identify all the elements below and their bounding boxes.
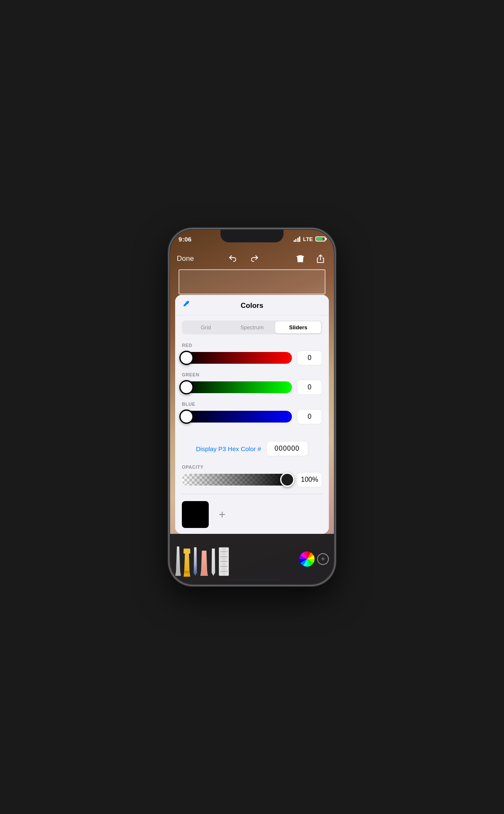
signal-bar-4 [299, 236, 300, 242]
opacity-gradient [182, 474, 292, 486]
sliders-area: RED 0 GREEN [175, 339, 329, 434]
undo-button[interactable] [226, 252, 239, 265]
eyedropper-icon [182, 300, 190, 308]
red-value-box[interactable]: 0 [297, 350, 322, 365]
blue-value-box[interactable]: 0 [297, 409, 322, 424]
colors-panel: Colors Grid Spectrum Sliders RED [175, 295, 329, 534]
battery-icon [315, 236, 326, 242]
highlighter-cap [184, 549, 190, 554]
phone-frame: 9:06 LTE Done [170, 230, 334, 584]
battery-fill [317, 238, 323, 240]
hex-label[interactable]: Display P3 Hex Color # [196, 445, 261, 452]
share-button[interactable] [314, 252, 327, 265]
panel-title: Colors [241, 302, 263, 310]
green-label: GREEN [182, 372, 322, 377]
blue-label: BLUE [182, 402, 322, 407]
screen: 9:06 LTE Done [170, 230, 334, 584]
tool-highlighter[interactable]: 80 [184, 542, 190, 576]
tab-grid[interactable]: Grid [183, 321, 229, 333]
add-tool-button[interactable]: + [317, 553, 329, 565]
ruler-tick-2 [220, 557, 228, 557]
tool-crayon[interactable] [200, 542, 208, 576]
tool-eraser[interactable] [210, 542, 216, 576]
red-slider-group: RED 0 [182, 343, 322, 365]
ruler-tool [219, 547, 229, 576]
ruler-tick-5 [220, 571, 228, 572]
pen-badge: 50 [193, 570, 197, 574]
undo-icon [228, 254, 237, 263]
saved-color-swatch[interactable] [182, 501, 209, 528]
segmented-control: Grid Spectrum Sliders [182, 320, 322, 334]
opacity-slider-container[interactable] [182, 472, 292, 487]
signal-bar-2 [295, 239, 297, 242]
green-slider-container[interactable] [182, 380, 292, 395]
red-slider-row: 0 [182, 350, 322, 365]
ruler-tick-3 [220, 561, 228, 562]
redo-icon [250, 254, 259, 263]
tool-marker[interactable] [175, 542, 181, 576]
saved-colors-section: + [175, 494, 329, 534]
red-slider-container[interactable] [182, 350, 292, 365]
lte-label: LTE [303, 236, 313, 242]
battery-body [315, 236, 326, 242]
green-value-box[interactable]: 0 [297, 380, 322, 395]
red-label: RED [182, 343, 322, 348]
blue-slider-row: 0 [182, 409, 322, 424]
opacity-thumb[interactable] [280, 473, 294, 487]
hex-section: Display P3 Hex Color # 000000 [175, 434, 329, 463]
tool-pen[interactable]: 50 [193, 542, 198, 576]
status-time: 9:06 [178, 236, 192, 243]
opacity-label: OPACITY [182, 465, 322, 470]
status-right: LTE [294, 236, 326, 242]
tool-ruler[interactable] [219, 542, 229, 576]
opacity-track [182, 474, 292, 486]
blue-slider-track [182, 411, 292, 423]
green-slider-group: GREEN 0 [182, 372, 322, 395]
tab-sliders[interactable]: Sliders [275, 321, 321, 333]
green-slider-thumb[interactable] [179, 380, 194, 394]
done-button[interactable]: Done [177, 255, 194, 263]
marker-brush [175, 546, 181, 576]
blue-slider-container[interactable] [182, 409, 292, 424]
eyedropper-button[interactable] [182, 300, 190, 310]
signal-bars [294, 236, 301, 242]
toolbar: Done [170, 248, 334, 269]
opacity-section: OPACITY 100% [175, 463, 329, 494]
blue-slider-group: BLUE 0 [182, 402, 322, 424]
hex-value[interactable]: 000000 [266, 441, 308, 456]
redo-button[interactable] [248, 252, 261, 265]
crayon-brush [200, 551, 208, 576]
highlighter-badge: 80 [185, 570, 189, 574]
panel-header: Colors [175, 295, 329, 315]
notch [220, 230, 284, 242]
toolbar-center [226, 252, 261, 265]
opacity-value-box[interactable]: 100% [297, 472, 322, 487]
share-icon [316, 254, 325, 263]
red-slider-track [182, 352, 292, 364]
tab-spectrum[interactable]: Spectrum [229, 321, 275, 333]
canvas-area[interactable] [178, 269, 326, 294]
eraser-brush [210, 549, 216, 576]
bottom-toolbar: 80 50 [170, 534, 334, 584]
opacity-row: 100% [182, 472, 322, 487]
toolbar-right [294, 252, 327, 265]
trash-button[interactable] [294, 252, 307, 265]
trash-icon [296, 254, 305, 263]
add-color-button[interactable]: + [214, 506, 231, 523]
red-slider-thumb[interactable] [179, 351, 194, 365]
green-slider-track [182, 381, 292, 393]
signal-bar-1 [294, 240, 295, 242]
green-slider-row: 0 [182, 380, 322, 395]
color-wheel-button[interactable] [299, 551, 315, 567]
ruler-tick-4 [220, 566, 228, 567]
signal-bar-3 [297, 238, 299, 242]
ruler-tick-1 [220, 551, 228, 552]
blue-slider-thumb[interactable] [179, 410, 194, 424]
